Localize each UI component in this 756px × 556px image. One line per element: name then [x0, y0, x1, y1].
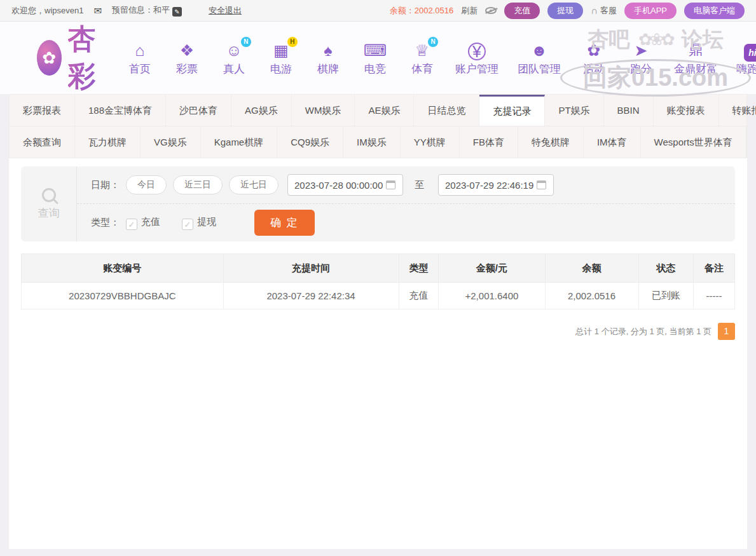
cell-type: 充值 [399, 283, 439, 309]
cell-remark: ----- [693, 283, 734, 309]
checkbox-icon[interactable] [182, 219, 193, 230]
col-header: 类型 [399, 254, 439, 283]
report-tabs: 彩票报表188金宝博体育沙巴体育AG娱乐WM娱乐AE娱乐日结总览充提记录PT娱乐… [9, 94, 747, 158]
refresh-link[interactable]: 刷新 [461, 5, 478, 17]
date-to-input[interactable] [444, 179, 537, 191]
tab-row-2: 余额查询瓦力棋牌VG娱乐Kgame棋牌CQ9娱乐IM娱乐YY棋牌FB体育特兔棋牌… [10, 126, 746, 158]
hide-balance-icon[interactable] [485, 7, 497, 14]
quick-today-button[interactable]: 今日 [126, 175, 167, 194]
nav-item[interactable]: ▦H 电游 [267, 40, 295, 76]
tab[interactable]: 188金宝博体育 [75, 95, 166, 126]
nav-item[interactable]: ♠ 棋牌 [314, 40, 342, 76]
tab[interactable]: 沙巴体育 [166, 95, 231, 126]
tab[interactable]: IM娱乐 [343, 126, 401, 158]
nav-item[interactable]: ☻ 团队管理 [518, 40, 561, 76]
nav-item[interactable]: ⌨ 电竞 [361, 40, 389, 76]
to-label: 至 [415, 179, 424, 191]
withdraw-button[interactable]: 提现 [547, 3, 583, 19]
nav-item[interactable]: ¥ 账户管理 [455, 41, 498, 76]
date-to-box [438, 174, 554, 196]
nav-item[interactable]: ➤ 跑分 [627, 40, 655, 76]
balance-text: 余额：2002.0516 [390, 5, 453, 17]
edit-icon[interactable]: ✎ [172, 7, 182, 17]
type-withdraw-option[interactable]: 提现 [182, 216, 216, 230]
type-filter-row: 类型： 充值 提现 确 定 [77, 204, 735, 241]
calendar-icon[interactable] [386, 180, 395, 189]
tab[interactable]: Wesports世界体育 [641, 126, 746, 158]
col-header: 备注 [693, 254, 734, 283]
date-from-input[interactable] [293, 179, 386, 191]
mobile-app-button[interactable]: 手机APP [624, 3, 677, 19]
nav-item[interactable]: 鼎 金鼎财富 [674, 40, 717, 76]
hi-app-icon: hi [744, 40, 756, 60]
tab[interactable]: 特兔棋牌 [518, 126, 584, 158]
pagination-summary: 总计 1 个记录, 分为 1 页, 当前第 1 页 [575, 326, 711, 337]
tab[interactable]: FB体育 [460, 126, 518, 158]
cell-status: 已到账 [638, 283, 693, 309]
calendar-icon[interactable] [537, 180, 546, 189]
paofen-rhino-icon: ➤ [635, 40, 648, 60]
nav-item[interactable]: ♕N 体育 [408, 40, 436, 76]
tab-row-1: 彩票报表188金宝博体育沙巴体育AG娱乐WM娱乐AE娱乐日结总览充提记录PT娱乐… [10, 95, 746, 126]
type-deposit-option[interactable]: 充值 [126, 216, 160, 230]
activity-gift-icon: ✿ [588, 40, 601, 60]
tab[interactable]: 账变报表 [654, 95, 719, 126]
nav-item[interactable]: ⌂ 首页 [126, 40, 154, 76]
query-filter: 查询 日期： 今日 近三日 近七日 至 类型： 充值 [21, 166, 735, 241]
tab[interactable]: 彩票报表 [10, 95, 75, 126]
welcome-text: 欢迎您，wipseven1 [11, 5, 83, 17]
nav-item[interactable]: hi 嗨跑分 [736, 40, 756, 76]
tab[interactable]: 转账报表 [719, 95, 756, 126]
headset-icon: ∩ [591, 5, 598, 16]
tab[interactable]: VG娱乐 [141, 126, 201, 158]
table-header-row: 账变编号 充提时间 类型 金额/元 余额 状态 备注 [22, 254, 735, 283]
quick-3days-button[interactable]: 近三日 [173, 175, 223, 194]
confirm-button[interactable]: 确 定 [254, 210, 315, 236]
tab[interactable]: YY棋牌 [401, 126, 460, 158]
customer-service-link[interactable]: ∩ 客服 [591, 5, 617, 17]
cell-amount: +2,001.6400 [439, 283, 545, 309]
site-header: ✿ 杏彩 ⌂ 首页 ❖ 彩票 ☺N 真人 ▦H 电游 ♠ 棋牌 ⌨ 电竞 ♕N … [0, 22, 756, 94]
message-icon[interactable]: ✉ [93, 5, 102, 17]
site-logo[interactable]: ✿ 杏彩 [37, 20, 108, 95]
tab[interactable]: AE娱乐 [355, 95, 414, 126]
deposit-button[interactable]: 充值 [504, 3, 540, 19]
col-header: 账变编号 [22, 254, 224, 283]
tab[interactable]: CQ9娱乐 [277, 126, 343, 158]
nav-item[interactable]: ✿ 活动 [580, 40, 608, 76]
esports-gamepad-icon: ⌨ [364, 40, 387, 60]
tab[interactable]: Kgame棋牌 [201, 126, 278, 158]
tab[interactable]: WM娱乐 [292, 95, 355, 126]
top-bar: 欢迎您，wipseven1 ✉ 预留信息：和平✎ 安全退出 余额：2002.05… [0, 0, 756, 22]
col-header: 金额/元 [439, 254, 545, 283]
date-label: 日期： [91, 179, 120, 191]
tab[interactable]: 日结总览 [414, 95, 479, 126]
pc-client-button[interactable]: 电脑客户端 [684, 3, 745, 19]
nav-item[interactable]: ❖ 彩票 [173, 40, 201, 76]
tab[interactable]: 余额查询 [10, 126, 75, 158]
logo-text: 杏彩 [68, 20, 108, 95]
logout-link[interactable]: 安全退出 [209, 5, 242, 17]
tab[interactable]: IM体育 [584, 126, 641, 158]
cell-balance: 2,002.0516 [545, 283, 638, 309]
page-1-button[interactable]: 1 [718, 323, 735, 340]
team-people-icon: ☻ [531, 40, 547, 60]
col-header: 充提时间 [223, 254, 399, 283]
account-yuan-icon: ¥ [468, 43, 486, 60]
query-button[interactable]: 查询 [21, 166, 77, 241]
records-table: 账变编号 充提时间 类型 金额/元 余额 状态 备注 20230729VBBHD… [21, 254, 735, 309]
nav-item[interactable]: ☺N 真人 [220, 40, 248, 76]
tab[interactable]: PT娱乐 [545, 95, 603, 126]
main-nav: ⌂ 首页 ❖ 彩票 ☺N 真人 ▦H 电游 ♠ 棋牌 ⌨ 电竞 ♕N 体育 ¥ … [126, 40, 756, 76]
cell-change-id: 20230729VBBHDGBAJC [22, 283, 224, 309]
tab[interactable]: 瓦力棋牌 [75, 126, 141, 158]
logo-flower-icon: ✿ [37, 40, 62, 76]
live-person-icon: ☺N [226, 40, 242, 60]
quick-7days-button[interactable]: 近七日 [229, 175, 278, 194]
checkbox-icon[interactable] [126, 219, 137, 230]
tab[interactable]: 充提记录 [479, 95, 545, 126]
home-icon: ⌂ [135, 40, 144, 60]
col-header: 状态 [638, 254, 693, 283]
tab[interactable]: AG娱乐 [231, 95, 292, 126]
tab[interactable]: BBIN [604, 95, 654, 126]
